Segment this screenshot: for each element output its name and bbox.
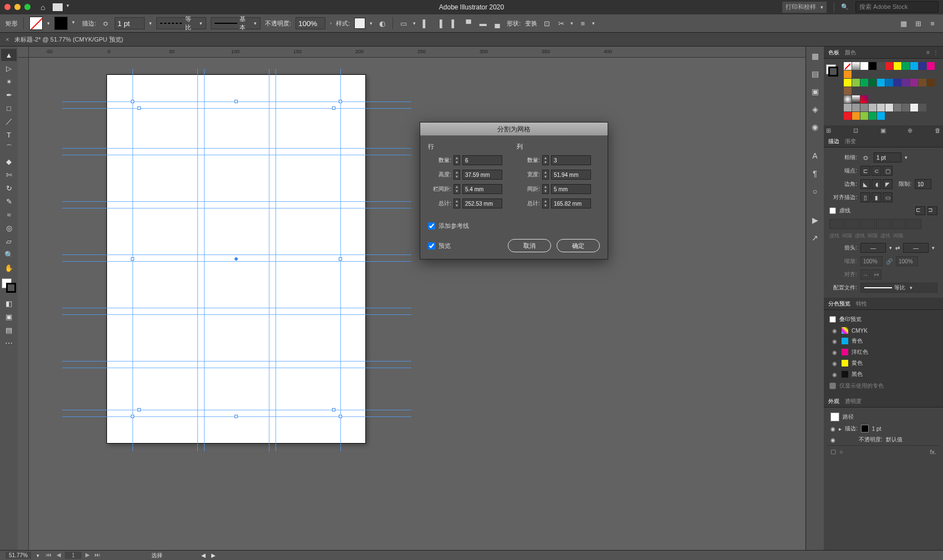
nav-left-icon[interactable]: ◀ [201,552,206,558]
cap-round[interactable]: ⊂ [871,166,881,176]
visibility-icon[interactable]: ◉ [830,437,835,443]
next-artboard-icon[interactable]: ▶ [84,552,91,559]
style-swatch[interactable] [354,18,365,29]
cols-total-input[interactable] [551,198,591,208]
swatch[interactable] [844,70,852,78]
screen-mode-tool[interactable]: ▣ [1,310,17,323]
swatch[interactable] [902,62,910,70]
prev-artboard-icon[interactable]: ◀ [55,552,63,559]
tab-separation[interactable]: 分色预览 [828,300,850,308]
rows-height-input[interactable] [462,170,502,180]
swatch[interactable] [877,62,885,70]
snap-icon[interactable]: ⊞ [913,18,923,28]
print-proof-dropdown[interactable]: 打印和校样▾ [782,1,827,13]
stepper[interactable]: ▴▾ [542,155,549,165]
arrange-documents-icon[interactable] [53,3,63,11]
swatch[interactable] [902,79,910,86]
join-round[interactable]: ◖ [871,179,881,189]
pen-tool[interactable]: ✒ [1,89,17,101]
swatch-none[interactable] [844,62,852,70]
opacity-input[interactable] [295,17,325,29]
maximize-window-button[interactable] [24,4,30,10]
cancel-button[interactable]: 取消 [508,239,551,252]
ruler-horizontal[interactable]: -50 0 50 100 150 200 250 300 350 400 [29,47,806,58]
swatch[interactable] [885,62,893,70]
crop-icon[interactable]: ✂ [556,18,566,28]
sep-row[interactable]: ◉黄色 [827,358,940,369]
cap-square[interactable]: ▢ [883,166,893,176]
sep-row[interactable]: ◉青色 [827,335,940,347]
tab-gradient[interactable]: 渐变 [845,138,856,145]
swap-arrows-icon[interactable]: ⇄ [895,245,900,251]
color-mode[interactable]: ◧ [1,297,17,309]
swatch[interactable] [852,62,860,70]
swatch[interactable] [860,95,868,103]
document-tab[interactable]: 未标题-2* @ 51.77% (CMYK/GPU 预览) [14,35,123,44]
libraries-icon[interactable]: ▣ [810,86,820,96]
swatch[interactable] [919,79,926,86]
fx-icon[interactable]: fx. [930,449,936,455]
swatch[interactable] [844,87,852,95]
play-icon[interactable]: ▶ [810,215,820,225]
swatches-panel[interactable] [824,59,943,125]
add-guides-checkbox[interactable] [428,222,435,230]
preview-checkbox[interactable] [428,242,435,250]
menu-icon[interactable]: ≡ [927,18,937,28]
properties-icon[interactable]: ▦ [810,51,820,61]
glyphs-icon[interactable]: ○ [810,186,820,196]
rows-count-input[interactable] [462,155,502,165]
stroke-profile-dropdown[interactable]: 等比▾ [156,17,206,29]
direct-selection-tool[interactable]: ▷ [1,62,17,74]
export-icon[interactable]: ↗ [810,233,820,243]
arrange-icon[interactable]: ≡ [578,18,588,28]
grid-icon[interactable]: ▦ [899,18,909,28]
ruler-origin[interactable] [18,47,29,58]
rotate-tool[interactable]: ↻ [1,182,17,194]
align-center[interactable]: ▯ [860,192,870,202]
tab-swatches[interactable]: 色板 [828,49,839,57]
stroke-weight-input[interactable] [874,152,901,162]
stepper[interactable]: ▴▾ [542,198,549,208]
swatch[interactable] [860,79,868,86]
dash-checkbox[interactable] [829,207,836,214]
swatch[interactable] [860,62,868,70]
fill-stroke-selector[interactable] [2,278,16,293]
paragraph-icon[interactable]: ¶ [810,169,820,179]
overprint-checkbox[interactable] [829,316,836,323]
panel-menu-icon[interactable]: ⋮ [933,49,939,55]
rows-gutter-input[interactable] [462,184,502,194]
arc-tool[interactable]: ⌒ [1,142,17,154]
stepper[interactable]: ▴▾ [542,184,549,194]
tab-stroke[interactable]: 描边 [828,138,839,145]
swatch[interactable] [919,62,926,70]
cols-count-input[interactable] [551,155,591,165]
rows-total-input[interactable] [462,198,502,208]
artboard-tool[interactable]: ▱ [1,235,17,247]
sep-row[interactable]: ◉黑色 [827,369,940,380]
blend-tool[interactable]: ≈ [1,208,17,221]
swatch[interactable] [844,79,852,86]
arrow-start[interactable]: — [860,243,886,253]
minimize-window-button[interactable] [14,4,21,10]
sep-row[interactable]: ◉CMYK [827,325,940,335]
stepper-icon[interactable]: ≎ [100,18,110,28]
selection-tool[interactable]: ▲ [1,49,17,61]
swatch[interactable] [910,79,918,86]
new-fill-icon[interactable]: ▢ [830,448,836,455]
list-view-icon[interactable]: ≡ [926,49,930,55]
miter-limit-input[interactable] [915,179,931,189]
align-left-icon[interactable]: ▌ [420,18,430,28]
magic-wand-tool[interactable]: ✴ [1,75,17,88]
swatch[interactable] [894,62,901,70]
swatch[interactable] [927,79,935,86]
align-right-icon[interactable]: ▌ [449,18,459,28]
stroke-weight-input[interactable] [115,17,145,29]
visibility-icon[interactable]: ◉ [830,426,835,432]
home-icon[interactable]: ⌂ [40,3,45,12]
profile-dropdown[interactable]: 等比▾ [860,283,937,293]
tab-transparency[interactable]: 透明度 [845,398,862,405]
edit-toolbar[interactable]: ⋯ [1,337,17,349]
isolate-icon[interactable]: ⊡ [542,18,552,28]
swatch[interactable] [852,95,860,103]
cols-width-input[interactable] [551,170,591,180]
